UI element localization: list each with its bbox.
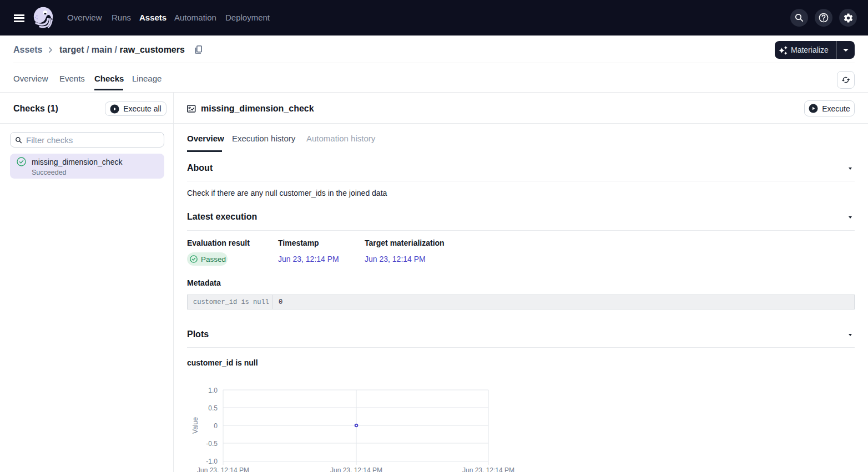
svg-text:Value: Value bbox=[191, 417, 199, 434]
svg-text:Jun 23, 12:14 PM: Jun 23, 12:14 PM bbox=[197, 466, 249, 472]
svg-text:0.5: 0.5 bbox=[208, 404, 218, 412]
svg-text:1.0: 1.0 bbox=[208, 387, 218, 394]
svg-text:Jun 23, 12:14 PM: Jun 23, 12:14 PM bbox=[462, 466, 514, 472]
svg-text:-0.5: -0.5 bbox=[206, 440, 218, 448]
svg-text:-1.0: -1.0 bbox=[206, 458, 218, 465]
svg-text:0: 0 bbox=[214, 422, 218, 430]
svg-text:Jun 23, 12:14 PM: Jun 23, 12:14 PM bbox=[330, 466, 382, 472]
